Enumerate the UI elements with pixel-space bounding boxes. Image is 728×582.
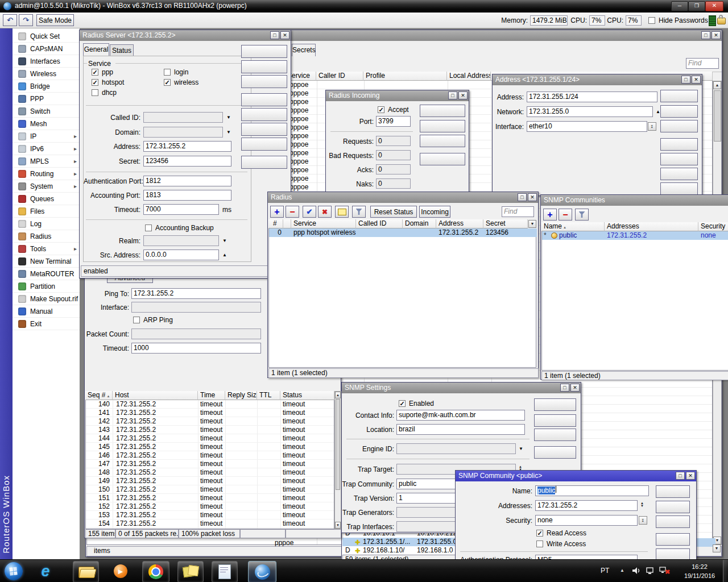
ok-button[interactable] xyxy=(534,398,576,411)
ping-col-replysize[interactable]: Reply Size xyxy=(225,391,257,400)
scroll-up-icon[interactable]: ▲ xyxy=(335,392,341,398)
acct-port-field[interactable]: 1813 xyxy=(143,190,231,201)
remove-item-button[interactable]: − xyxy=(559,209,572,221)
contact-field[interactable]: suporte@mk-auth.com.br xyxy=(396,410,525,421)
enable-button[interactable]: ✔ xyxy=(303,206,316,218)
start-button[interactable] xyxy=(5,562,23,580)
safe-mode-button[interactable]: Safe Mode xyxy=(36,14,74,26)
remove-button[interactable] xyxy=(660,182,698,195)
taskbar-sticky-notes-icon[interactable] xyxy=(177,561,204,582)
read-access-checkbox[interactable]: ✓ xyxy=(536,530,543,537)
interface-dropdown-icon[interactable]: ↧ xyxy=(648,122,656,131)
address-field[interactable]: 172.31.255.2 xyxy=(143,141,231,152)
remove-item-button[interactable]: − xyxy=(286,206,299,218)
ppp-close-icon[interactable]: ✕ xyxy=(712,31,721,39)
taskbar-ie-icon[interactable]: e xyxy=(33,561,58,581)
ppp-col-localaddress[interactable]: Local Address xyxy=(447,72,491,81)
close-icon[interactable]: ✕ xyxy=(458,92,468,99)
domain-dropdown-icon[interactable]: ▼ xyxy=(226,130,231,135)
table-row[interactable]: 151 172.31.255.2 timeout timeout xyxy=(86,494,334,502)
table-row[interactable]: 153 172.31.255.2 timeout timeout xyxy=(86,511,334,519)
cancel-button[interactable] xyxy=(534,414,576,427)
src-address-up-icon[interactable]: ▲ xyxy=(222,253,227,257)
radius-row-selected[interactable]: 0 ppp hotspot wireless 172.31.255.2 1234… xyxy=(269,228,537,237)
copy-button[interactable] xyxy=(660,168,698,180)
ping-vscrollbar[interactable]: ▲ ▼ xyxy=(334,391,341,529)
sidebar-item-switch[interactable]: Switch xyxy=(13,105,80,118)
maximize-icon[interactable]: □ xyxy=(676,472,685,480)
maximize-button[interactable]: ❐ xyxy=(688,1,705,11)
hide-passwords-checkbox[interactable] xyxy=(648,17,655,24)
sidebar-item-radius[interactable]: Radius xyxy=(13,230,80,243)
snmpc-col-security[interactable]: Security xyxy=(698,222,728,231)
write-access-checkbox[interactable] xyxy=(536,541,543,547)
ppp-checkbox[interactable]: ✓ xyxy=(92,69,98,76)
cancel-button[interactable] xyxy=(660,105,698,118)
sidebar-item-ip[interactable]: IP ▸ xyxy=(13,130,80,143)
realm-dropdown-icon[interactable]: ▼ xyxy=(222,239,227,243)
scroll-up-icon[interactable]: ▲ xyxy=(713,81,721,89)
location-field[interactable]: brazil xyxy=(396,424,525,435)
login-checkbox[interactable] xyxy=(164,69,171,76)
sidebar-item-manual[interactable]: Manual xyxy=(13,305,80,318)
snmp-community-row-selected[interactable]: * public 172.31.255.2 none xyxy=(542,231,728,240)
reset-status-button[interactable] xyxy=(420,153,465,165)
close-icon[interactable]: ✕ xyxy=(692,76,701,84)
ping-timeout-field[interactable]: 1000 xyxy=(131,343,261,354)
tray-network-icon[interactable] xyxy=(645,566,655,578)
cancel-button[interactable] xyxy=(420,120,465,132)
taskbar-notepad-icon[interactable] xyxy=(212,561,238,582)
redo-button[interactable]: ↷ xyxy=(19,14,33,26)
add-button[interactable]: + xyxy=(543,209,557,221)
close-icon[interactable]: ✕ xyxy=(686,472,695,480)
comment-button[interactable] xyxy=(660,153,698,165)
snmp-communities-titlebar[interactable]: SNMP Communities xyxy=(541,195,728,206)
tray-network-error-icon[interactable]: ✖ xyxy=(659,566,670,578)
ppp-col-callerid[interactable]: Caller ID xyxy=(316,72,363,81)
sidebar-item-bridge[interactable]: Bridge xyxy=(13,80,80,93)
tray-expand-icon[interactable]: ▲ xyxy=(620,568,624,573)
communities-button[interactable] xyxy=(534,446,576,459)
ok-button[interactable] xyxy=(656,485,690,498)
radius-col-service[interactable]: Service xyxy=(291,219,356,228)
background-scroll-down-icon[interactable]: ▼ xyxy=(713,544,721,552)
snmpc-col-name[interactable]: Name ▴ xyxy=(541,222,605,231)
sidebar-item-exit[interactable]: Exit xyxy=(13,318,80,330)
minimize-button[interactable]: ─ xyxy=(671,1,688,11)
taskbar-explorer-icon[interactable] xyxy=(73,561,99,582)
ppp-maximize-icon[interactable]: □ xyxy=(701,31,710,39)
sidebar-item-ppp[interactable]: PPP xyxy=(13,93,80,105)
domain-field[interactable] xyxy=(143,127,223,138)
table-row[interactable]: 147 172.31.255.2 timeout timeout xyxy=(86,460,334,468)
radius-col-num[interactable]: # xyxy=(268,219,283,228)
sidebar-item-partition[interactable]: Partition xyxy=(13,280,80,293)
reset-status-button[interactable] xyxy=(241,156,287,169)
apply-button[interactable] xyxy=(420,135,465,147)
port-field[interactable]: 3799 xyxy=(376,116,411,127)
engine-id-dropdown-icon[interactable]: ▼ xyxy=(519,447,523,451)
sidebar-item-capsman[interactable]: CAPsMAN xyxy=(13,43,80,55)
engine-id-field[interactable] xyxy=(396,443,516,454)
filter-button[interactable] xyxy=(352,206,366,218)
radius-col-domain[interactable]: Domain xyxy=(403,219,436,228)
table-row[interactable]: 142 172.31.255.2 timeout timeout xyxy=(86,417,334,426)
ppp-find-input[interactable]: Find xyxy=(686,58,719,69)
ping-col-ttl[interactable]: TTL xyxy=(257,391,280,400)
tab-general[interactable]: General xyxy=(83,43,109,56)
addresses-field[interactable]: 172.31.255.2 xyxy=(535,500,638,511)
table-row[interactable]: 145 172.31.255.2 timeout timeout xyxy=(86,443,334,451)
ping-to-field[interactable]: 172.31.255.2 xyxy=(131,288,261,299)
network-up-icon[interactable]: ▲ xyxy=(656,110,660,114)
sidebar-item-metarouter[interactable]: MetaROUTER xyxy=(13,268,80,280)
maximize-icon[interactable]: □ xyxy=(448,92,457,99)
disable-button[interactable] xyxy=(660,138,698,151)
table-row[interactable]: 143 172.31.255.2 timeout timeout xyxy=(86,426,334,434)
remove-button[interactable] xyxy=(241,138,287,151)
column-menu-icon[interactable]: ▼ xyxy=(528,220,536,228)
table-row[interactable]: 150 172.31.255.2 timeout timeout xyxy=(86,485,334,494)
accept-checkbox[interactable]: ✓ xyxy=(378,106,384,113)
taskbar-winbox-icon[interactable] xyxy=(248,561,276,582)
security-dropdown-icon[interactable]: ↧ xyxy=(639,516,647,525)
table-row[interactable]: 141 172.31.255.2 timeout timeout xyxy=(86,409,334,417)
tab-status[interactable]: Status xyxy=(110,44,134,56)
